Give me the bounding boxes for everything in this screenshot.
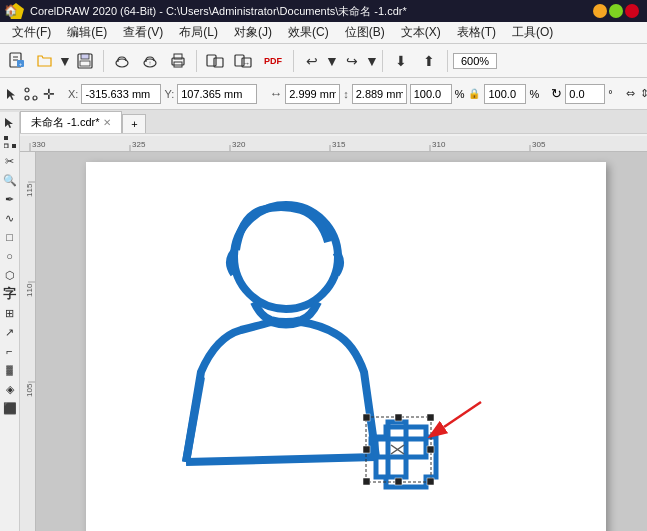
svg-rect-6 xyxy=(81,54,89,59)
nav-down-button[interactable]: ⬇ xyxy=(388,48,414,74)
cloud2-button[interactable]: ↑ xyxy=(137,48,163,74)
text-tool[interactable]: 字 xyxy=(1,285,19,303)
undo-dropdown[interactable]: ▼ xyxy=(327,48,337,74)
menu-edit[interactable]: 编辑(E) xyxy=(59,22,115,43)
menu-object[interactable]: 对象(J) xyxy=(226,22,280,43)
menu-bitmap[interactable]: 位图(B) xyxy=(337,22,393,43)
svg-text:325: 325 xyxy=(132,140,146,149)
menu-table[interactable]: 表格(T) xyxy=(449,22,504,43)
export-button[interactable]: → xyxy=(230,48,256,74)
nav-up-button[interactable]: ⬆ xyxy=(416,48,442,74)
svg-point-21 xyxy=(25,96,29,100)
menu-layout[interactable]: 布局(L) xyxy=(171,22,226,43)
svg-rect-43 xyxy=(12,144,16,148)
ruler-horizontal: 330 325 320 315 310 305 xyxy=(20,136,647,152)
dimension-tool[interactable]: ↗ xyxy=(1,323,19,341)
svg-rect-53 xyxy=(427,446,434,453)
node-edit-tool[interactable] xyxy=(1,133,19,151)
h-input[interactable] xyxy=(352,84,407,104)
node-tool[interactable] xyxy=(23,83,39,105)
fill-tool[interactable]: ◈ xyxy=(1,380,19,398)
svg-rect-7 xyxy=(80,61,90,66)
rectangle-tool[interactable]: □ xyxy=(1,228,19,246)
svg-rect-35 xyxy=(20,152,36,531)
open-button[interactable] xyxy=(32,48,58,74)
polygon-tool[interactable]: ⬡ xyxy=(1,266,19,284)
menu-bar: 文件(F) 编辑(E) 查看(V) 布局(L) 对象(J) 效果(C) 位图(B… xyxy=(0,22,647,44)
active-tab[interactable]: 未命名 -1.cdr* ✕ xyxy=(20,111,122,133)
x-label: X: xyxy=(68,88,78,100)
connector-tool[interactable]: ⌐ xyxy=(1,342,19,360)
svg-text:110: 110 xyxy=(25,283,34,297)
select-tool-left[interactable] xyxy=(1,114,19,132)
svg-rect-42 xyxy=(4,136,8,140)
crop-tool[interactable]: ✂ xyxy=(1,152,19,170)
import-button[interactable] xyxy=(202,48,228,74)
table-tool[interactable]: ⊞ xyxy=(1,304,19,322)
sep3 xyxy=(293,50,294,72)
svg-text:115: 115 xyxy=(25,183,34,197)
svg-rect-55 xyxy=(395,478,402,485)
cloud-button[interactable] xyxy=(109,48,135,74)
svg-rect-56 xyxy=(427,478,434,485)
menu-text[interactable]: 文本(X) xyxy=(393,22,449,43)
svg-rect-52 xyxy=(363,446,370,453)
pct2-input[interactable] xyxy=(484,84,526,104)
freehand-tool[interactable]: ✒ xyxy=(1,190,19,208)
svg-text:315: 315 xyxy=(332,140,346,149)
redo-dropdown[interactable]: ▼ xyxy=(367,48,377,74)
ruler-vertical: 115 110 105 xyxy=(20,152,36,531)
svg-rect-49 xyxy=(363,414,370,421)
new-button[interactable]: + xyxy=(4,48,30,74)
menu-file[interactable]: 文件(F) xyxy=(4,22,59,43)
sep4 xyxy=(382,50,383,72)
close-button[interactable] xyxy=(625,4,639,18)
main-toolbar: + ▼ ↑ → PDF ↩ ▼ ↪ ▼ ⬇ ⬆ 600% xyxy=(0,44,647,78)
zoom-tool[interactable]: 🔍 xyxy=(1,171,19,189)
menu-view[interactable]: 查看(V) xyxy=(115,22,171,43)
blend-tool[interactable]: ▓ xyxy=(1,361,19,379)
select-tool[interactable] xyxy=(4,83,20,105)
menu-effects[interactable]: 效果(C) xyxy=(280,22,337,43)
minimize-button[interactable] xyxy=(593,4,607,18)
transform-tool[interactable]: ✛ xyxy=(42,83,56,105)
svg-text:+: + xyxy=(19,61,23,67)
y-label: Y: xyxy=(164,88,174,100)
sep2 xyxy=(196,50,197,72)
pdf-button[interactable]: PDF xyxy=(258,48,288,74)
canvas-area[interactable] xyxy=(36,152,647,531)
svg-text:320: 320 xyxy=(232,140,246,149)
save-button[interactable] xyxy=(72,48,98,74)
svg-text:→: → xyxy=(242,59,250,68)
tab-label: 未命名 -1.cdr* xyxy=(31,115,99,130)
page-nav-left[interactable]: 🏠 xyxy=(4,4,18,17)
new-tab-button[interactable]: + xyxy=(122,114,146,133)
tab-close-button[interactable]: ✕ xyxy=(103,117,111,128)
redo-button[interactable]: ↪ xyxy=(339,48,365,74)
left-toolbox: ✂ 🔍 ✒ ∿ □ ○ ⬡ 字 ⊞ ↗ ⌐ ▓ ◈ ⬛ xyxy=(0,112,20,531)
menu-tools[interactable]: 工具(O) xyxy=(504,22,561,43)
svg-text:305: 305 xyxy=(532,140,546,149)
window-controls[interactable] xyxy=(593,4,639,18)
rotate-icon: ↻ xyxy=(551,86,562,101)
smart-fill-tool[interactable]: ⬛ xyxy=(1,399,19,417)
lock-button[interactable]: 🔒 xyxy=(467,85,481,103)
print-button[interactable] xyxy=(165,48,191,74)
ellipse-tool[interactable]: ○ xyxy=(1,247,19,265)
mirror-h-button[interactable]: ⇔ xyxy=(625,81,636,107)
maximize-button[interactable] xyxy=(609,4,623,18)
w-input[interactable] xyxy=(285,84,340,104)
x-input[interactable] xyxy=(81,84,161,104)
mirror-v-button[interactable]: ⇕ xyxy=(639,81,647,107)
title-bar: CorelDRAW 2020 (64-Bit) - C:\Users\Admin… xyxy=(0,0,647,22)
height-icon: ↕ xyxy=(343,88,349,100)
curve-tool[interactable]: ∿ xyxy=(1,209,19,227)
pct1-input[interactable] xyxy=(410,84,452,104)
undo-button[interactable]: ↩ xyxy=(299,48,325,74)
open-dropdown[interactable]: ▼ xyxy=(60,48,70,74)
sep1 xyxy=(103,50,104,72)
y-input[interactable] xyxy=(177,84,257,104)
zoom-level[interactable]: 600% xyxy=(453,53,497,69)
angle-input[interactable] xyxy=(565,84,605,104)
tab-bar: 🏠 未命名 -1.cdr* ✕ + xyxy=(0,110,647,134)
